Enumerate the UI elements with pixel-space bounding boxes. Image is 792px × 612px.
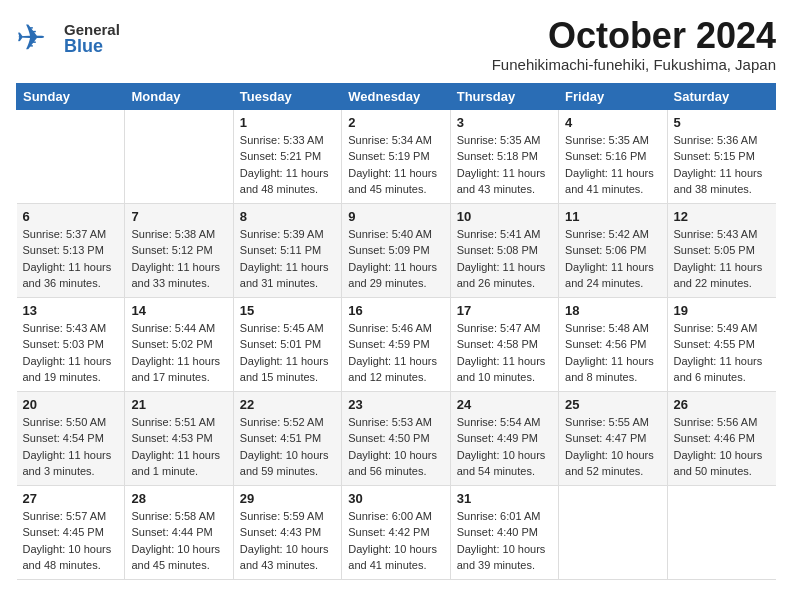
day-number: 27 (23, 491, 119, 506)
header-sunday: Sunday (17, 83, 125, 109)
day-number: 3 (457, 115, 552, 130)
title-block: October 2024 Funehikimachi-funehiki, Fuk… (492, 16, 776, 73)
day-info: Sunrise: 5:38 AMSunset: 5:12 PMDaylight:… (131, 226, 226, 292)
day-cell-4-1: 20Sunrise: 5:50 AMSunset: 4:54 PMDayligh… (17, 391, 125, 485)
day-info: Sunrise: 5:36 AMSunset: 5:15 PMDaylight:… (674, 132, 770, 198)
day-info: Sunrise: 5:40 AMSunset: 5:09 PMDaylight:… (348, 226, 443, 292)
day-info: Sunrise: 5:56 AMSunset: 4:46 PMDaylight:… (674, 414, 770, 480)
day-cell-4-5: 24Sunrise: 5:54 AMSunset: 4:49 PMDayligh… (450, 391, 558, 485)
day-number: 20 (23, 397, 119, 412)
day-info: Sunrise: 5:37 AMSunset: 5:13 PMDaylight:… (23, 226, 119, 292)
header-monday: Monday (125, 83, 233, 109)
logo: ✈ General Blue (16, 16, 120, 60)
day-number: 18 (565, 303, 660, 318)
day-cell-3-7: 19Sunrise: 5:49 AMSunset: 4:55 PMDayligh… (667, 297, 775, 391)
day-number: 25 (565, 397, 660, 412)
day-info: Sunrise: 5:49 AMSunset: 4:55 PMDaylight:… (674, 320, 770, 386)
calendar-header-row: SundayMondayTuesdayWednesdayThursdayFrid… (17, 83, 776, 109)
day-number: 14 (131, 303, 226, 318)
day-number: 24 (457, 397, 552, 412)
day-cell-3-4: 16Sunrise: 5:46 AMSunset: 4:59 PMDayligh… (342, 297, 450, 391)
day-info: Sunrise: 5:54 AMSunset: 4:49 PMDaylight:… (457, 414, 552, 480)
day-cell-2-1: 6Sunrise: 5:37 AMSunset: 5:13 PMDaylight… (17, 203, 125, 297)
logo-general: General (64, 22, 120, 37)
day-cell-4-3: 22Sunrise: 5:52 AMSunset: 4:51 PMDayligh… (233, 391, 341, 485)
calendar-subtitle: Funehikimachi-funehiki, Fukushima, Japan (492, 56, 776, 73)
day-info: Sunrise: 5:58 AMSunset: 4:44 PMDaylight:… (131, 508, 226, 574)
day-number: 16 (348, 303, 443, 318)
logo-label: General Blue (64, 22, 120, 55)
header-saturday: Saturday (667, 83, 775, 109)
day-cell-3-1: 13Sunrise: 5:43 AMSunset: 5:03 PMDayligh… (17, 297, 125, 391)
day-cell-3-2: 14Sunrise: 5:44 AMSunset: 5:02 PMDayligh… (125, 297, 233, 391)
day-info: Sunrise: 5:33 AMSunset: 5:21 PMDaylight:… (240, 132, 335, 198)
day-number: 31 (457, 491, 552, 506)
logo-icon: ✈ (16, 16, 60, 60)
day-info: Sunrise: 5:50 AMSunset: 4:54 PMDaylight:… (23, 414, 119, 480)
header-tuesday: Tuesday (233, 83, 341, 109)
day-cell-5-2: 28Sunrise: 5:58 AMSunset: 4:44 PMDayligh… (125, 485, 233, 579)
day-info: Sunrise: 5:52 AMSunset: 4:51 PMDaylight:… (240, 414, 335, 480)
svg-text:✈: ✈ (16, 17, 46, 58)
day-number: 6 (23, 209, 119, 224)
day-info: Sunrise: 5:34 AMSunset: 5:19 PMDaylight:… (348, 132, 443, 198)
day-number: 22 (240, 397, 335, 412)
day-number: 5 (674, 115, 770, 130)
day-info: Sunrise: 5:44 AMSunset: 5:02 PMDaylight:… (131, 320, 226, 386)
day-cell-5-6 (559, 485, 667, 579)
day-cell-3-6: 18Sunrise: 5:48 AMSunset: 4:56 PMDayligh… (559, 297, 667, 391)
day-info: Sunrise: 5:43 AMSunset: 5:03 PMDaylight:… (23, 320, 119, 386)
day-cell-5-3: 29Sunrise: 5:59 AMSunset: 4:43 PMDayligh… (233, 485, 341, 579)
week-row-5: 27Sunrise: 5:57 AMSunset: 4:45 PMDayligh… (17, 485, 776, 579)
day-cell-3-5: 17Sunrise: 5:47 AMSunset: 4:58 PMDayligh… (450, 297, 558, 391)
day-info: Sunrise: 5:48 AMSunset: 4:56 PMDaylight:… (565, 320, 660, 386)
header-friday: Friday (559, 83, 667, 109)
day-cell-4-2: 21Sunrise: 5:51 AMSunset: 4:53 PMDayligh… (125, 391, 233, 485)
day-number: 23 (348, 397, 443, 412)
day-cell-2-5: 10Sunrise: 5:41 AMSunset: 5:08 PMDayligh… (450, 203, 558, 297)
day-cell-4-7: 26Sunrise: 5:56 AMSunset: 4:46 PMDayligh… (667, 391, 775, 485)
day-cell-5-7 (667, 485, 775, 579)
week-row-4: 20Sunrise: 5:50 AMSunset: 4:54 PMDayligh… (17, 391, 776, 485)
day-number: 2 (348, 115, 443, 130)
day-cell-4-4: 23Sunrise: 5:53 AMSunset: 4:50 PMDayligh… (342, 391, 450, 485)
day-number: 4 (565, 115, 660, 130)
day-cell-5-1: 27Sunrise: 5:57 AMSunset: 4:45 PMDayligh… (17, 485, 125, 579)
day-cell-2-4: 9Sunrise: 5:40 AMSunset: 5:09 PMDaylight… (342, 203, 450, 297)
day-cell-2-7: 12Sunrise: 5:43 AMSunset: 5:05 PMDayligh… (667, 203, 775, 297)
day-number: 8 (240, 209, 335, 224)
day-cell-1-6: 4Sunrise: 5:35 AMSunset: 5:16 PMDaylight… (559, 109, 667, 203)
day-number: 15 (240, 303, 335, 318)
day-cell-1-1 (17, 109, 125, 203)
day-info: Sunrise: 5:51 AMSunset: 4:53 PMDaylight:… (131, 414, 226, 480)
day-cell-1-5: 3Sunrise: 5:35 AMSunset: 5:18 PMDaylight… (450, 109, 558, 203)
day-number: 1 (240, 115, 335, 130)
day-number: 10 (457, 209, 552, 224)
day-cell-4-6: 25Sunrise: 5:55 AMSunset: 4:47 PMDayligh… (559, 391, 667, 485)
day-number: 30 (348, 491, 443, 506)
day-cell-1-4: 2Sunrise: 5:34 AMSunset: 5:19 PMDaylight… (342, 109, 450, 203)
day-number: 17 (457, 303, 552, 318)
week-row-2: 6Sunrise: 5:37 AMSunset: 5:13 PMDaylight… (17, 203, 776, 297)
day-info: Sunrise: 5:47 AMSunset: 4:58 PMDaylight:… (457, 320, 552, 386)
day-info: Sunrise: 5:55 AMSunset: 4:47 PMDaylight:… (565, 414, 660, 480)
week-row-1: 1Sunrise: 5:33 AMSunset: 5:21 PMDaylight… (17, 109, 776, 203)
day-info: Sunrise: 5:59 AMSunset: 4:43 PMDaylight:… (240, 508, 335, 574)
day-number: 28 (131, 491, 226, 506)
day-info: Sunrise: 5:35 AMSunset: 5:18 PMDaylight:… (457, 132, 552, 198)
day-info: Sunrise: 5:43 AMSunset: 5:05 PMDaylight:… (674, 226, 770, 292)
day-number: 13 (23, 303, 119, 318)
day-info: Sunrise: 6:00 AMSunset: 4:42 PMDaylight:… (348, 508, 443, 574)
day-number: 29 (240, 491, 335, 506)
day-info: Sunrise: 6:01 AMSunset: 4:40 PMDaylight:… (457, 508, 552, 574)
day-info: Sunrise: 5:53 AMSunset: 4:50 PMDaylight:… (348, 414, 443, 480)
day-info: Sunrise: 5:41 AMSunset: 5:08 PMDaylight:… (457, 226, 552, 292)
day-cell-2-2: 7Sunrise: 5:38 AMSunset: 5:12 PMDaylight… (125, 203, 233, 297)
day-number: 12 (674, 209, 770, 224)
day-number: 7 (131, 209, 226, 224)
day-number: 26 (674, 397, 770, 412)
calendar-table: SundayMondayTuesdayWednesdayThursdayFrid… (16, 83, 776, 580)
week-row-3: 13Sunrise: 5:43 AMSunset: 5:03 PMDayligh… (17, 297, 776, 391)
day-number: 9 (348, 209, 443, 224)
day-cell-1-3: 1Sunrise: 5:33 AMSunset: 5:21 PMDaylight… (233, 109, 341, 203)
